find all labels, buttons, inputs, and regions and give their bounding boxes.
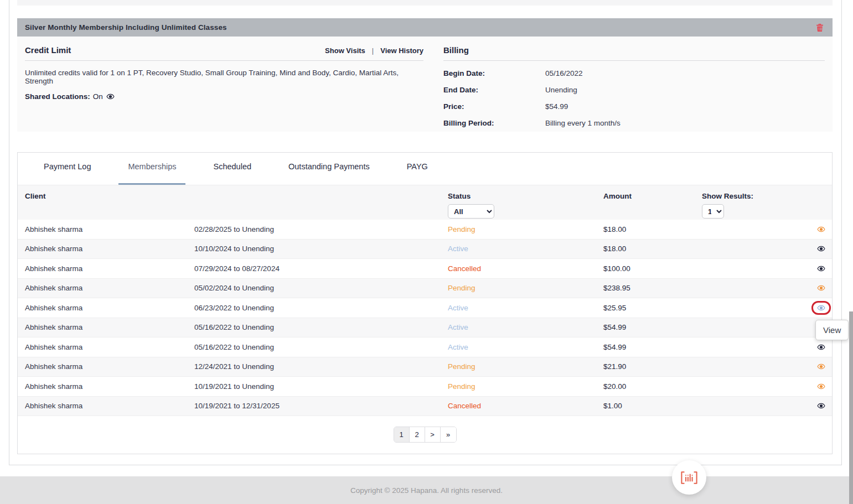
view-eye-button[interactable] bbox=[816, 382, 826, 391]
eye-icon bbox=[816, 264, 826, 273]
view-eye-button[interactable] bbox=[816, 264, 826, 273]
page-button-1[interactable]: 1 bbox=[394, 427, 410, 442]
barcode-scan-icon bbox=[680, 470, 699, 485]
membership-period: 07/29/2024 to 08/27/2024 bbox=[194, 264, 448, 273]
status-label: Cancelled bbox=[448, 264, 603, 273]
eye-icon bbox=[816, 343, 826, 351]
top-strip bbox=[17, 0, 833, 6]
client-name: Abhishek sharma bbox=[25, 245, 194, 253]
client-name: Abhishek sharma bbox=[25, 323, 194, 331]
table-row: Abhishek sharma 05/16/2022 to Unending A… bbox=[18, 318, 832, 338]
status-label: Cancelled bbox=[448, 402, 603, 410]
membership-period: 12/24/2021 to Unending bbox=[194, 362, 448, 371]
table-row: Abhishek sharma 12/24/2021 to Unending P… bbox=[18, 357, 832, 377]
tab-payment-log[interactable]: Payment Log bbox=[34, 162, 100, 185]
client-name: Abhishek sharma bbox=[25, 304, 194, 312]
billing-row: Price: $54.99 bbox=[443, 102, 825, 111]
page-button-4[interactable]: » bbox=[441, 427, 456, 442]
amount-value: $18.00 bbox=[603, 225, 702, 233]
table-row: Abhishek sharma 02/28/2025 to Unending P… bbox=[18, 220, 832, 240]
page: Silver Monthly Membership Including Unli… bbox=[0, 0, 853, 504]
view-tooltip: View bbox=[815, 320, 849, 340]
membership-period: 05/02/2024 to Unending bbox=[194, 284, 448, 292]
membership-period: 10/19/2021 to 12/31/2025 bbox=[194, 402, 448, 410]
table-row: Abhishek sharma 10/10/2024 to Unending A… bbox=[18, 240, 832, 259]
tab-memberships[interactable]: Memberships bbox=[118, 162, 185, 185]
billing-row: Begin Date: 05/16/2022 bbox=[443, 69, 825, 77]
table-row: Abhishek sharma 10/19/2021 to Unending P… bbox=[18, 377, 832, 397]
page-button-3[interactable]: > bbox=[425, 427, 441, 442]
eye-icon bbox=[816, 382, 826, 391]
table-header: Client Status All Amount Show Results: 1… bbox=[18, 185, 832, 220]
vertical-scrollbar[interactable] bbox=[849, 311, 853, 504]
table-row: Abhishek sharma 06/23/2022 to Unending A… bbox=[18, 298, 832, 318]
tab-outstanding-payments[interactable]: Outstanding Payments bbox=[279, 162, 379, 185]
status-label: Pending bbox=[448, 284, 603, 292]
delete-membership-button[interactable] bbox=[816, 23, 824, 32]
billing-period-label: Billing Period: bbox=[443, 119, 545, 127]
billing-period-value: Billing every 1 month/s bbox=[545, 119, 621, 127]
link-separator: | bbox=[372, 46, 374, 55]
begin-date-label: Begin Date: bbox=[443, 69, 545, 77]
amount-value: $20.00 bbox=[603, 382, 702, 391]
credit-limit-description: Unlimited credits valid for 1 on 1 PT, R… bbox=[25, 69, 423, 85]
billing-row: Billing Period: Billing every 1 month/s bbox=[443, 119, 825, 127]
client-name: Abhishek sharma bbox=[25, 402, 194, 410]
status-filter-select[interactable]: All bbox=[448, 204, 494, 219]
amount-value: $54.99 bbox=[603, 343, 702, 351]
eye-icon bbox=[816, 225, 826, 233]
view-eye-button[interactable] bbox=[816, 343, 826, 351]
view-eye-button[interactable] bbox=[816, 402, 826, 410]
table-row: Abhishek sharma 05/02/2024 to Unending P… bbox=[18, 279, 832, 299]
view-history-link[interactable]: View History bbox=[380, 46, 423, 55]
footer: Copyright © 2025 Hapana. All rights rese… bbox=[0, 476, 853, 504]
amount-value: $25.95 bbox=[603, 304, 702, 312]
view-eye-button[interactable] bbox=[816, 362, 826, 371]
view-eye-button[interactable] bbox=[811, 301, 831, 315]
tab-scheduled[interactable]: Scheduled bbox=[204, 162, 261, 185]
end-date-label: End Date: bbox=[443, 86, 545, 94]
client-name: Abhishek sharma bbox=[25, 382, 194, 391]
price-value: $54.99 bbox=[545, 102, 568, 111]
copyright-text: Copyright © 2025 Hapana. All rights rese… bbox=[350, 486, 503, 495]
status-label: Active bbox=[448, 323, 603, 331]
tab-bar: Payment LogMembershipsScheduledOutstandi… bbox=[18, 153, 832, 185]
payments-card: Payment LogMembershipsScheduledOutstandi… bbox=[17, 152, 833, 454]
shared-locations-eye-icon[interactable] bbox=[106, 92, 115, 101]
status-label: Active bbox=[448, 304, 603, 312]
show-results-label: Show Results: bbox=[702, 192, 815, 200]
client-name: Abhishek sharma bbox=[25, 362, 194, 371]
amount-value: $1.00 bbox=[603, 402, 702, 410]
tab-payg[interactable]: PAYG bbox=[397, 162, 437, 185]
status-label: Active bbox=[448, 343, 603, 351]
eye-icon bbox=[816, 402, 826, 410]
membership-period: 05/16/2022 to Unending bbox=[194, 343, 448, 351]
eye-icon bbox=[816, 245, 826, 253]
amount-column-header: Amount bbox=[603, 192, 702, 200]
client-name: Abhishek sharma bbox=[25, 343, 194, 351]
client-name: Abhishek sharma bbox=[25, 284, 194, 292]
billing-heading: Billing bbox=[443, 45, 469, 55]
credit-limit-section: Credit Limit Show Visits | View History … bbox=[25, 45, 438, 127]
view-eye-button[interactable] bbox=[816, 245, 826, 253]
amount-value: $100.00 bbox=[603, 264, 702, 273]
table-body: Abhishek sharma 02/28/2025 to Unending P… bbox=[18, 220, 832, 416]
eye-icon bbox=[816, 284, 826, 292]
membership-period: 02/28/2025 to Unending bbox=[194, 225, 448, 233]
status-column-header: Status bbox=[448, 192, 603, 200]
eye-icon bbox=[816, 304, 826, 312]
pagination: 12>» bbox=[18, 427, 832, 443]
status-label: Pending bbox=[448, 225, 603, 233]
show-visits-link[interactable]: Show Visits bbox=[325, 46, 365, 55]
credit-limit-heading: Credit Limit bbox=[25, 45, 71, 55]
shared-locations-value: On bbox=[93, 92, 103, 101]
billing-divider bbox=[443, 60, 825, 61]
client-name: Abhishek sharma bbox=[25, 225, 194, 233]
barcode-scan-button[interactable] bbox=[672, 460, 706, 495]
view-eye-button[interactable] bbox=[816, 284, 826, 292]
amount-value: $18.00 bbox=[603, 245, 702, 253]
view-eye-button[interactable] bbox=[816, 225, 826, 233]
show-results-select[interactable]: 10 bbox=[702, 204, 724, 219]
page-button-2[interactable]: 2 bbox=[410, 427, 425, 442]
table-row: Abhishek sharma 10/19/2021 to 12/31/2025… bbox=[18, 397, 832, 417]
